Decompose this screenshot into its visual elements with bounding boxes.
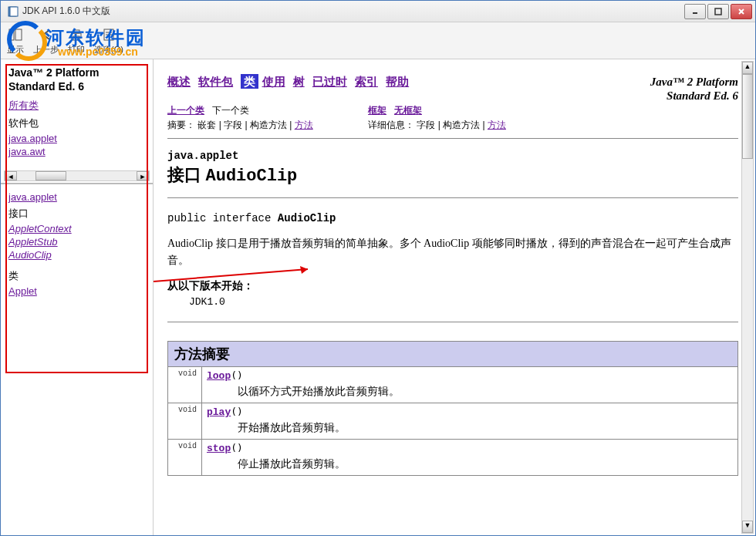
method-return-0: void	[168, 366, 202, 403]
summary-method-link[interactable]: 方法	[295, 120, 313, 130]
options-label: 选项(O)	[94, 44, 123, 56]
packages-label: 软件包	[8, 116, 145, 130]
method-desc-1: 开始播放此音频剪辑。	[238, 421, 733, 435]
show-button[interactable]: 显示	[7, 26, 24, 56]
divider-3	[167, 322, 738, 322]
class-signature: public interface AudioClip	[167, 212, 738, 224]
top-nav: 概述 软件包 类 使用 树 已过时 索引 帮助	[167, 75, 413, 89]
print-label: 打印	[68, 44, 85, 56]
class-link-applet[interactable]: Applet	[8, 285, 37, 297]
options-button[interactable]: 选项(O)	[94, 26, 123, 56]
show-icon	[7, 26, 24, 43]
method-link-loop[interactable]: loop	[207, 370, 231, 382]
platform-heading: Java™ 2 Platform Standard Ed. 6	[8, 66, 145, 93]
print-button[interactable]: 打印	[68, 26, 85, 56]
prev-class-link[interactable]: 上一个类	[167, 105, 204, 116]
nav-index[interactable]: 索引	[355, 75, 378, 88]
detail-items: 字段 | 构造方法 |	[417, 120, 488, 130]
interfaces-label: 接口	[8, 207, 145, 221]
method-summary-title: 方法摘要	[168, 341, 738, 366]
method-link-stop[interactable]: stop	[207, 443, 231, 454]
nav-overview[interactable]: 概述	[167, 75, 191, 88]
scroll-thumb[interactable]	[35, 171, 66, 180]
package-link-applet[interactable]: java.applet	[8, 133, 57, 144]
frames-link[interactable]: 框架	[368, 105, 386, 116]
table-row: void stop() 停止播放此音频剪辑。	[168, 439, 738, 475]
svg-rect-3	[715, 8, 721, 15]
method-return-1: void	[168, 403, 202, 439]
main-pane: ▲ ▼ 概述 软件包 类 使用 树 已过时 索引 帮助	[154, 59, 755, 535]
method-desc-2: 停止播放此音频剪辑。	[238, 457, 733, 471]
nav-deprecated[interactable]: 已过时	[312, 75, 347, 88]
sidebar: Java™ 2 Platform Standard Ed. 6 所有类 软件包 …	[1, 59, 154, 535]
current-package-link[interactable]: java.applet	[8, 191, 57, 203]
svg-rect-1	[10, 7, 18, 16]
svg-rect-9	[73, 30, 79, 33]
maximize-button[interactable]	[707, 4, 729, 19]
nav-help[interactable]: 帮助	[386, 75, 409, 88]
scroll-left-arrow[interactable]: ◄	[5, 171, 17, 180]
since-label: 从以下版本开始：	[167, 279, 738, 293]
since-value: JDK1.0	[189, 296, 738, 308]
interface-link-audioclip[interactable]: AudioClip	[8, 249, 52, 261]
next-class-text: 下一个类	[212, 105, 249, 116]
no-frames-link[interactable]: 无框架	[394, 105, 422, 116]
nav-class-active: 类	[241, 74, 258, 89]
interface-link-appletcontext[interactable]: AppletContext	[8, 223, 72, 234]
app-icon	[7, 5, 19, 18]
summary-items: 嵌套 | 字段 | 构造方法 |	[197, 120, 294, 130]
package-name: java.applet	[167, 150, 738, 162]
nav-package[interactable]: 软件包	[198, 75, 233, 88]
back-button[interactable]: 上一步	[33, 26, 59, 56]
scroll-up-arrow[interactable]: ▲	[742, 62, 753, 74]
method-link-play[interactable]: play	[207, 406, 231, 418]
scroll-down-arrow[interactable]: ▼	[742, 521, 753, 533]
back-arrow-icon	[38, 26, 55, 43]
back-label: 上一步	[33, 44, 59, 56]
printer-icon	[68, 26, 85, 43]
method-return-2: void	[168, 439, 202, 475]
all-classes-link[interactable]: 所有类	[8, 99, 39, 113]
toolbar: 显示 上一步 打印 选项(O)	[1, 22, 755, 59]
nav-tree[interactable]: 树	[293, 75, 305, 88]
window-titlebar: JDK API 1.6.0 中文版	[1, 1, 755, 22]
class-description: AudioClip 接口是用于播放音频剪辑的简单抽象。多个 AudioClip …	[167, 235, 738, 270]
table-row: void play() 开始播放此音频剪辑。	[168, 403, 738, 439]
classes-label: 类	[8, 269, 145, 283]
scroll-thumb-vertical[interactable]	[742, 74, 753, 159]
interface-link-appletstub[interactable]: AppletStub	[8, 236, 58, 248]
minimize-button[interactable]	[684, 4, 706, 19]
svg-rect-6	[9, 29, 14, 40]
class-title: 接口 AudioClip	[167, 163, 738, 187]
sidebar-bottom-pane: java.applet 接口 AppletContext AppletStub …	[1, 184, 153, 535]
svg-rect-7	[15, 29, 22, 40]
summary-label: 摘要：	[167, 120, 195, 130]
table-row: void loop() 以循环方式开始播放此音频剪辑。	[168, 366, 738, 403]
method-desc-0: 以循环方式开始播放此音频剪辑。	[238, 385, 733, 399]
window-title: JDK API 1.6.0 中文版	[22, 5, 684, 18]
sidebar-top-pane: Java™ 2 Platform Standard Ed. 6 所有类 软件包 …	[1, 59, 153, 184]
options-icon	[100, 26, 117, 43]
divider-2	[167, 197, 738, 198]
method-summary-table: 方法摘要 void loop() 以循环方式开始播放此音频剪辑。 void pl…	[167, 341, 738, 476]
nav-use[interactable]: 使用	[262, 75, 285, 88]
detail-label: 详细信息：	[368, 120, 414, 130]
horizontal-scrollbar[interactable]: ◄ ►	[4, 170, 150, 181]
scroll-right-arrow[interactable]: ►	[137, 171, 149, 180]
show-label: 显示	[7, 44, 24, 56]
vertical-scrollbar[interactable]: ▲ ▼	[741, 61, 754, 534]
divider	[167, 138, 738, 139]
package-link-awt[interactable]: java.awt	[8, 146, 46, 157]
platform-label: Java™ 2 Platform Standard Ed. 6	[650, 75, 738, 103]
close-button[interactable]	[731, 4, 752, 19]
detail-method-link[interactable]: 方法	[488, 120, 506, 130]
